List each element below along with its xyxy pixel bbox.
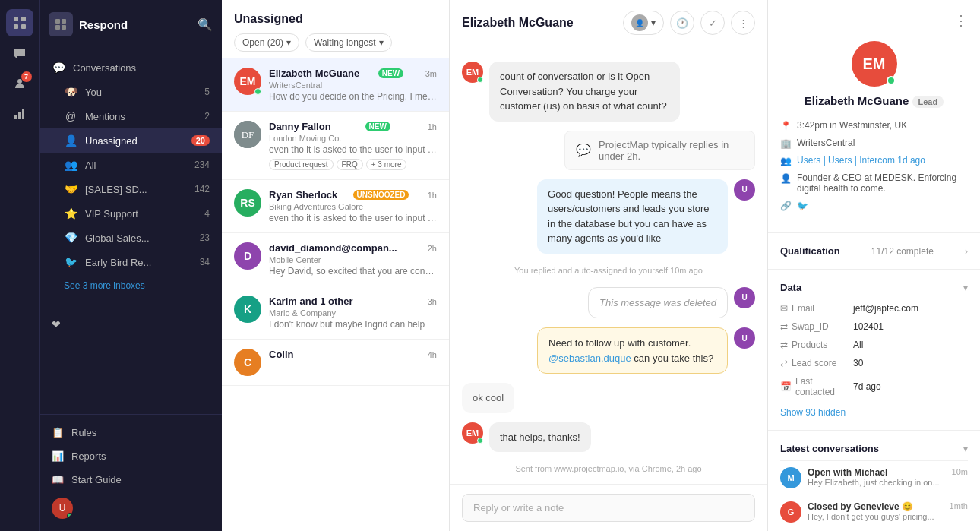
latest-conv-item[interactable]: M Open with Michael 10m Hey Elizabeth, j… (780, 460, 968, 495)
conv-item[interactable]: C Colin 4h (222, 340, 449, 386)
online-dot (887, 76, 896, 85)
filter-waiting-btn[interactable]: Waiting longest ▾ (305, 33, 392, 52)
conv-item[interactable]: RS Ryan Sherlock UNSNOOZED 1h Biking Adv… (222, 180, 449, 233)
svg-rect-11 (62, 25, 66, 30)
online-dot (254, 88, 261, 95)
you-icon: 🐶 (64, 86, 77, 98)
conv-avatar: EM (234, 68, 261, 95)
conv-item[interactable]: D david_diamond@compan... 2h Mobile Cent… (222, 233, 449, 286)
system-message: You replied and auto-assigned to yoursel… (462, 263, 755, 278)
message-row: ok cool (462, 383, 755, 413)
sidebar-item-start-guide[interactable]: 📖 Start Guide (40, 468, 222, 491)
deleted-message-bubble: This message was deleted (588, 287, 728, 319)
message-row: Need to follow up with customer. @sebast… (462, 327, 755, 374)
app-title: Respond (79, 18, 191, 31)
message-bubble: that helps, thanks! (489, 422, 591, 453)
sidebar-see-more[interactable]: See 3 more inboxes (40, 274, 222, 297)
message-row: EM that helps, thanks! (462, 422, 755, 453)
conv-filters: Open (20) ▾ Waiting longest ▾ (234, 33, 437, 52)
search-icon[interactable]: 🔍 (198, 17, 213, 32)
sidebar-bottom: 📋 Rules 📊 Reports 📖 Start Guide U (40, 414, 222, 531)
user-avatar-item[interactable]: U (40, 491, 222, 525)
latest-conversations-section: Latest conversations ▾ M Open with Micha… (768, 437, 980, 531)
conv-panel-header: Unassigned Open (20) ▾ Waiting longest ▾ (222, 0, 449, 58)
assignee-avatar: 👤 (631, 14, 648, 31)
conv-avatar: D (234, 242, 261, 270)
more-options-button[interactable]: ⋮ (954, 12, 968, 29)
message-bubble: Need to follow up with customer. @sebast… (537, 327, 728, 374)
svg-rect-5 (14, 115, 17, 119)
message-avatar: EM (462, 62, 483, 83)
right-panel: ⋮ EM Elizabeth McGuane Lead 📍 3:42pm in … (767, 0, 980, 531)
sidebar-item-earlybird[interactable]: 🐦 Early Bird Re... 34 (40, 250, 222, 274)
contact-section: EM Elizabeth McGuane Lead 📍 3:42pm in We… (768, 41, 980, 226)
data-section-header[interactable]: Data ▾ (768, 276, 980, 299)
nav-icon-contacts[interactable]: 7 (6, 70, 33, 97)
twitter-icon: 🐦 (797, 201, 808, 211)
show-hidden-button[interactable]: Show 93 hidden (768, 401, 980, 424)
chevron-down-icon: ▾ (963, 283, 968, 293)
svg-point-4 (17, 79, 22, 84)
sidebar-item-vip[interactable]: ⭐ VIP Support 4 (40, 201, 222, 226)
chevron-down-icon: ▾ (286, 37, 291, 48)
conversation-list: EM Elizabeth McGuane NEW 3m WritersCentr… (222, 58, 449, 531)
latest-conv-header: Latest conversations ▾ (780, 437, 968, 460)
resolve-button[interactable]: ✓ (700, 11, 725, 35)
global-icon: 💎 (64, 232, 77, 244)
sent-info: Sent from www.projectmap.io, via Chrome,… (462, 464, 755, 473)
link-icon: 🔗 (780, 201, 791, 211)
conv-avatar: RS (234, 189, 261, 217)
more-button[interactable]: ⋮ (731, 11, 755, 35)
app-logo (49, 12, 73, 36)
conversations-icon: 💬 (52, 62, 65, 74)
messages-area: EM count of conversation or is it Open C… (450, 46, 767, 484)
sidebar-item-reports[interactable]: 📊 Reports (40, 444, 222, 468)
svg-rect-9 (62, 19, 66, 24)
conv-item[interactable]: K Karim and 1 other 3h Mario & Company I… (222, 286, 449, 340)
clock-button[interactable]: 🕐 (670, 11, 694, 35)
sidebar-item-global[interactable]: 💎 Global Sales... 23 (40, 226, 222, 250)
svg-rect-10 (55, 25, 60, 30)
contact-name: Elizabeth McGuane Lead (805, 93, 944, 108)
nav-icon-conversations[interactable] (6, 40, 33, 67)
message-avatar: U (734, 179, 755, 201)
qualification-section-header[interactable]: Qualification 11/12 complete › (768, 239, 980, 263)
reply-input[interactable]: Reply or write a note (462, 494, 755, 522)
sidebar-item-conversations[interactable]: 💬 Conversations (40, 55, 222, 80)
message-row: 💬 ProjectMap typically replies in under … (462, 131, 755, 170)
sidebar-nav: 💬 Conversations 🐶 You 5 @ Mentions 2 👤 U… (40, 49, 222, 414)
message-row: Good question! People means the users/cu… (462, 179, 755, 254)
svg-rect-3 (21, 24, 26, 29)
message-row: EM count of conversation or is it Open C… (462, 62, 755, 122)
conv-avatar: C (234, 349, 261, 376)
svg-rect-0 (14, 17, 18, 21)
svg-rect-7 (22, 109, 24, 119)
sidebar-item-you[interactable]: 🐶 You 5 (40, 80, 222, 104)
nav-icon-reports[interactable] (6, 100, 33, 128)
sidebar-item-rules[interactable]: 📋 Rules (40, 421, 222, 444)
conv-item[interactable]: EM Elizabeth McGuane NEW 3m WritersCentr… (222, 58, 449, 112)
filter-open-btn[interactable]: Open (20) ▾ (234, 33, 299, 52)
assignee-button[interactable]: 👤 ▾ (623, 11, 664, 35)
calendar-icon: 📅 (780, 381, 792, 392)
sidebar-item-all[interactable]: 👥 All 234 (40, 153, 222, 177)
contact-avatar: EM (852, 41, 897, 87)
data-section: ✉ Email jeff@japtec.com ⇄ Swap_ID 102401… (768, 299, 980, 401)
sidebar-item-mentions[interactable]: @ Mentions 2 (40, 104, 222, 128)
conv-avatar: K (234, 296, 261, 323)
auto-reply-bubble: 💬 ProjectMap typically replies in under … (564, 131, 755, 170)
sidebar-item-unassigned[interactable]: 👤 Unassigned 20 (40, 128, 222, 153)
message-avatar: U (734, 287, 755, 308)
nav-icon-grid[interactable] (6, 9, 33, 36)
message-avatar: U (734, 327, 755, 349)
vip-icon: ⭐ (64, 207, 77, 220)
message-row: This message was deleted U (462, 287, 755, 319)
svg-rect-2 (14, 24, 18, 29)
sidebar-item-sales[interactable]: 🤝 [SALES] SD... 142 (40, 177, 222, 201)
latest-conv-item[interactable]: G Closed by Genevieve 😊 1mth Hey, I don'… (780, 495, 968, 529)
products-icon: ⇄ (780, 340, 788, 350)
sidebar-item-heart[interactable]: ❤ (40, 312, 222, 337)
conv-item[interactable]: Danny Fallon NEW 1h London Moving Co. ev… (222, 112, 449, 180)
main-chat-area: Elizabeth McGuane 👤 ▾ 🕐 ✓ ⋮ EM count of … (450, 0, 767, 531)
user-avatar: U (52, 498, 73, 519)
